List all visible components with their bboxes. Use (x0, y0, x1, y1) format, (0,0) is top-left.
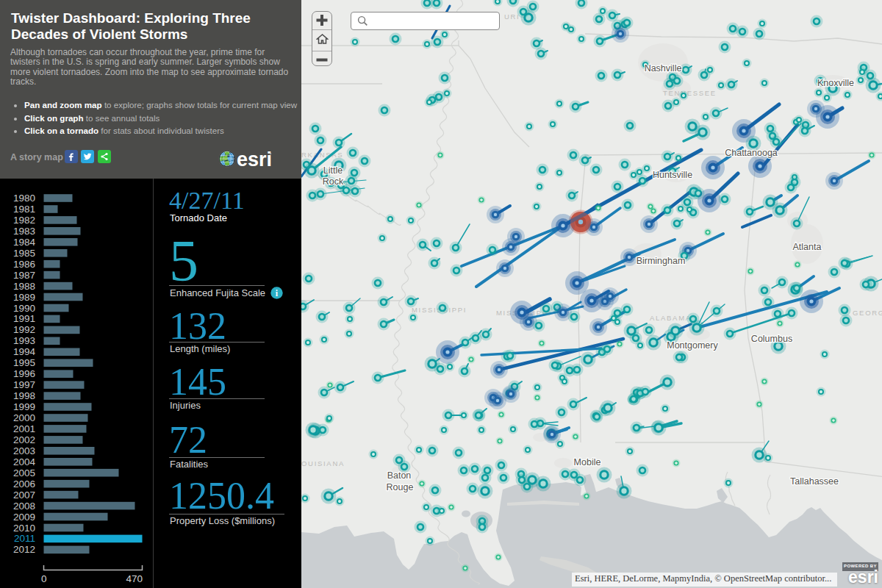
svg-text:2007: 2007 (13, 490, 35, 501)
svg-text:2004: 2004 (13, 456, 36, 467)
svg-text:2008: 2008 (13, 501, 35, 512)
svg-text:2006: 2006 (13, 478, 35, 490)
svg-text:2003: 2003 (13, 445, 35, 456)
svg-text:1991: 1991 (13, 313, 35, 324)
svg-text:1990: 1990 (13, 303, 35, 314)
svg-text:1997: 1997 (13, 379, 35, 390)
svg-text:2001: 2001 (13, 423, 35, 434)
svg-text:TENNESSEE: TENNESSEE (663, 89, 717, 97)
svg-text:1983: 1983 (13, 226, 35, 237)
svg-text:Rock: Rock (323, 176, 344, 187)
svg-text:2010: 2010 (13, 523, 35, 534)
svg-text:1998: 1998 (13, 390, 35, 401)
svg-text:1986: 1986 (13, 259, 35, 270)
svg-text:Nashville: Nashville (645, 63, 682, 74)
svg-text:GEORG: GEORG (853, 309, 882, 317)
svg-text:1996: 1996 (13, 368, 35, 379)
svg-text:1989: 1989 (13, 292, 35, 303)
svg-text:Mobile: Mobile (574, 457, 601, 467)
svg-text:2005: 2005 (13, 467, 35, 478)
svg-text:1993: 1993 (13, 335, 35, 346)
svg-text:0: 0 (41, 573, 47, 584)
svg-text:ALABAMA: ALABAMA (650, 314, 692, 322)
svg-text:2009: 2009 (13, 512, 35, 523)
svg-text:1995: 1995 (13, 357, 35, 368)
svg-text:1982: 1982 (13, 215, 35, 226)
svg-text:Rouge: Rouge (387, 482, 414, 492)
svg-text:1994: 1994 (13, 346, 36, 357)
svg-text:RKANSAS: RKANSAS (301, 151, 343, 159)
svg-text:2012: 2012 (13, 544, 35, 555)
svg-text:2011: 2011 (14, 533, 35, 544)
svg-text:1984: 1984 (13, 237, 36, 248)
svg-text:Columbus: Columbus (751, 334, 792, 344)
svg-text:Huntsville: Huntsville (653, 170, 692, 180)
svg-text:1987: 1987 (13, 270, 35, 281)
svg-text:Tallahassee: Tallahassee (790, 476, 839, 487)
svg-text:Baton: Baton (387, 470, 412, 481)
svg-text:1985: 1985 (13, 248, 35, 259)
svg-text:1980: 1980 (13, 193, 35, 204)
svg-text:Montgomery: Montgomery (667, 340, 718, 351)
svg-text:esri: esri (237, 148, 272, 171)
svg-text:Knoxville: Knoxville (817, 78, 854, 88)
svg-text:Birmingham: Birmingham (637, 256, 686, 266)
svg-text:2000: 2000 (13, 412, 35, 423)
svg-text:Little: Little (323, 165, 343, 176)
svg-text:1992: 1992 (13, 324, 35, 335)
svg-text:OUISIANA: OUISIANA (301, 459, 345, 467)
svg-text:470: 470 (126, 573, 143, 584)
svg-text:Atlanta: Atlanta (793, 242, 822, 252)
svg-text:Chattanooga: Chattanooga (725, 148, 778, 158)
svg-text:1988: 1988 (13, 281, 35, 292)
svg-text:1999: 1999 (13, 401, 35, 412)
svg-text:1981: 1981 (13, 204, 35, 215)
svg-text:2002: 2002 (13, 434, 35, 445)
